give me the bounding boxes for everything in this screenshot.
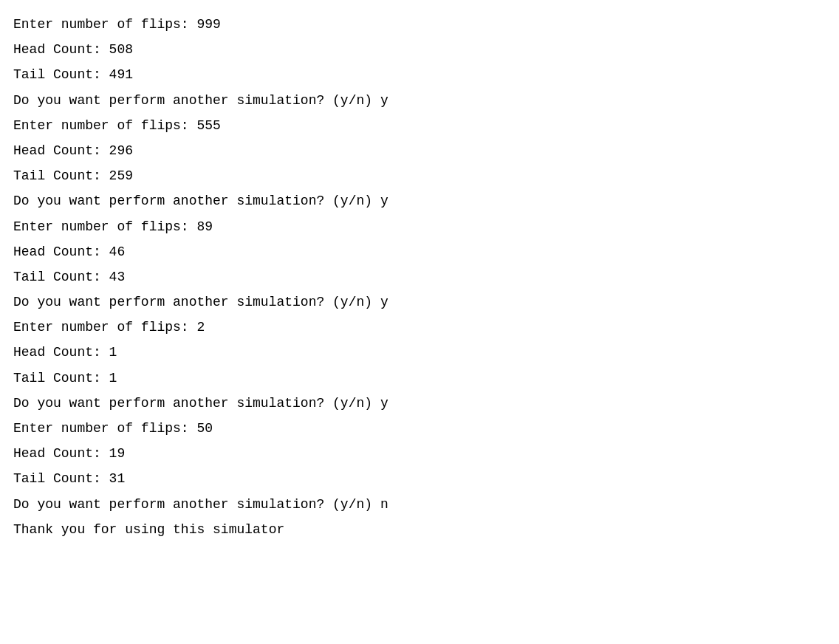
- terminal-line: Head Count: 46: [13, 239, 826, 264]
- terminal-line: Thank you for using this simulator: [13, 517, 826, 542]
- terminal-output: Enter number of flips: 999Head Count: 50…: [13, 12, 826, 542]
- terminal-line: Enter number of flips: 555: [13, 113, 826, 138]
- terminal-line: Do you want perform another simulation? …: [13, 188, 826, 213]
- terminal-line: Tail Count: 43: [13, 264, 826, 290]
- terminal-line: Do you want perform another simulation? …: [13, 88, 826, 113]
- terminal-line: Head Count: 1: [13, 340, 826, 365]
- terminal-line: Head Count: 508: [13, 37, 826, 62]
- terminal-line: Enter number of flips: 89: [13, 214, 826, 239]
- terminal-line: Do you want perform another simulation? …: [13, 492, 826, 517]
- terminal-line: Enter number of flips: 50: [13, 416, 826, 441]
- terminal-line: Head Count: 296: [13, 138, 826, 163]
- terminal-line: Tail Count: 1: [13, 366, 826, 391]
- terminal-line: Tail Count: 259: [13, 163, 826, 188]
- terminal-line: Enter number of flips: 999: [13, 12, 826, 37]
- terminal-line: Enter number of flips: 2: [13, 315, 826, 340]
- terminal-line: Do you want perform another simulation? …: [13, 290, 826, 315]
- terminal-line: Head Count: 19: [13, 441, 826, 466]
- terminal-line: Do you want perform another simulation? …: [13, 391, 826, 416]
- terminal-line: Tail Count: 31: [13, 466, 826, 491]
- terminal-line: Tail Count: 491: [13, 62, 826, 87]
